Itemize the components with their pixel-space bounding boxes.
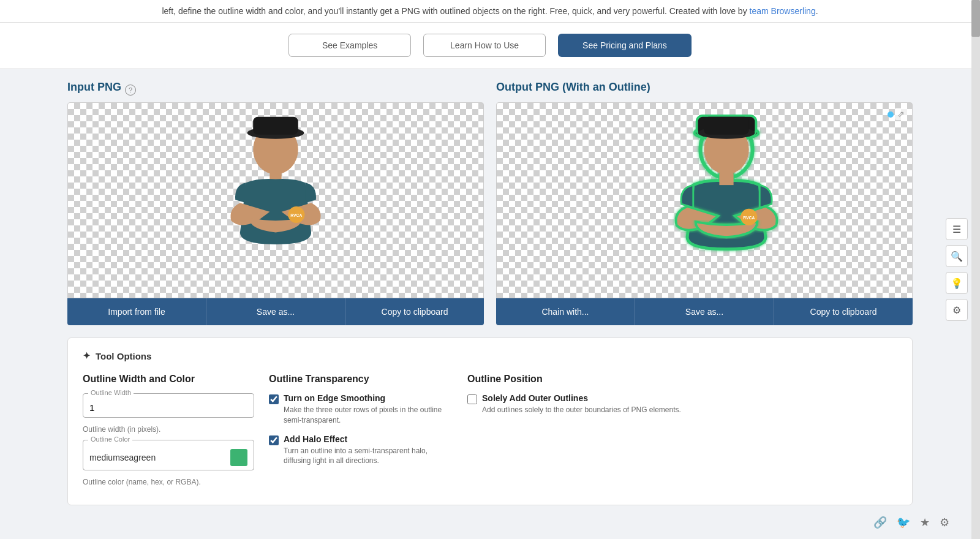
input-help-icon[interactable]: ? bbox=[125, 85, 136, 96]
outline-width-wrapper: Outline Width bbox=[83, 393, 254, 418]
main-container: Input PNG ? bbox=[49, 81, 931, 539]
width-color-section: Outline Width and Color Outline Width Ou… bbox=[83, 374, 254, 492]
input-panel-section: Input PNG ? bbox=[67, 81, 484, 325]
link-share-button[interactable]: 🔗 bbox=[873, 516, 887, 529]
edge-smoothing-desc: Make the three outer rows of pixels in t… bbox=[284, 405, 453, 426]
list-icon[interactable]: ☰ bbox=[946, 218, 968, 240]
import-button[interactable]: Import from file bbox=[67, 298, 206, 325]
color-hint: Outline color (name, hex, or RGBA). bbox=[83, 478, 254, 486]
bulb-icon[interactable]: 💡 bbox=[946, 272, 968, 294]
input-copy-button[interactable]: Copy to clipboard bbox=[345, 298, 484, 325]
svg-rect-13 bbox=[719, 173, 733, 185]
input-action-bar: Import from file Save as... Copy to clip… bbox=[67, 298, 484, 325]
input-label-row: Input PNG ? bbox=[67, 81, 484, 99]
svg-text:RVCA: RVCA bbox=[743, 216, 755, 220]
input-panel-title: Input PNG bbox=[67, 81, 121, 94]
tool-options-header: ✦ Tool Options bbox=[83, 350, 897, 361]
tool-options-card: ✦ Tool Options Outline Width and Color O… bbox=[67, 337, 913, 505]
expand-icon[interactable]: ⇗ bbox=[895, 108, 907, 120]
output-action-bar: Chain with... Save as... Copy to clipboa… bbox=[496, 298, 913, 325]
halo-effect-label: Add Halo Effect bbox=[284, 434, 453, 444]
output-panel-section: Output PNG (With an Outline) ⇗ bbox=[496, 81, 913, 325]
outline-width-input[interactable] bbox=[89, 402, 247, 413]
star-button[interactable]: ★ bbox=[920, 516, 930, 529]
halo-effect-label-block: Add Halo Effect Turn an outline into a s… bbox=[284, 434, 453, 467]
settings-social-button[interactable]: ⚙ bbox=[940, 516, 949, 529]
edge-smoothing-checkbox[interactable] bbox=[269, 394, 279, 404]
input-person-svg: RVCA bbox=[208, 114, 343, 298]
halo-effect-row: Add Halo Effect Turn an outline into a s… bbox=[269, 434, 453, 467]
output-copy-button[interactable]: Copy to clipboard bbox=[774, 298, 913, 325]
halo-effect-desc: Turn an outline into a semi-transparent … bbox=[284, 446, 453, 467]
tool-options-icon: ✦ bbox=[83, 350, 91, 361]
outline-color-input[interactable] bbox=[89, 453, 225, 462]
svg-rect-2 bbox=[253, 117, 298, 135]
input-save-button[interactable]: Save as... bbox=[206, 298, 345, 325]
panels-row: Input PNG ? bbox=[67, 81, 913, 325]
outer-outlines-label-block: Solely Add Outer Outlines Add outlines s… bbox=[482, 393, 681, 415]
output-label-row: Output PNG (With an Outline) bbox=[496, 81, 913, 99]
see-pricing-button[interactable]: See Pricing and Plans bbox=[558, 34, 692, 57]
see-examples-button[interactable]: See Examples bbox=[288, 34, 411, 57]
position-title: Outline Position bbox=[467, 374, 897, 385]
input-person-figure: RVCA bbox=[208, 114, 343, 298]
color-swatch[interactable] bbox=[230, 449, 247, 466]
width-color-title: Outline Width and Color bbox=[83, 374, 254, 385]
dot-indicator bbox=[888, 111, 894, 118]
learn-how-button[interactable]: Learn How to Use bbox=[423, 34, 546, 57]
edge-smoothing-row: Turn on Edge Smoothing Make the three ou… bbox=[269, 393, 453, 426]
edge-smoothing-label-block: Turn on Edge Smoothing Make the three ou… bbox=[284, 393, 453, 426]
outline-color-wrapper: Outline Color bbox=[83, 440, 254, 470]
transparency-section: Outline Transparency Turn on Edge Smooth… bbox=[269, 374, 453, 492]
outer-outlines-checkbox[interactable] bbox=[467, 394, 477, 404]
scrollbar[interactable] bbox=[971, 0, 980, 539]
width-hint: Outline width (in pixels). bbox=[83, 425, 254, 434]
action-buttons-row: See Examples Learn How to Use See Pricin… bbox=[0, 23, 980, 69]
input-image-panel: RVCA bbox=[67, 102, 484, 298]
position-section: Outline Position Solely Add Outer Outlin… bbox=[467, 374, 897, 492]
outer-outlines-row: Solely Add Outer Outlines Add outlines s… bbox=[467, 393, 897, 415]
chain-button[interactable]: Chain with... bbox=[496, 298, 635, 325]
svg-rect-12 bbox=[704, 117, 749, 135]
svg-text:RVCA: RVCA bbox=[290, 213, 302, 217]
twitter-share-button[interactable]: 🐦 bbox=[897, 516, 910, 529]
tool-options-grid: Outline Width and Color Outline Width Ou… bbox=[83, 374, 897, 492]
outline-color-label-field: Outline Color bbox=[88, 435, 132, 443]
halo-effect-checkbox[interactable] bbox=[269, 435, 279, 445]
output-save-button[interactable]: Save as... bbox=[635, 298, 774, 325]
bottom-social-bar: 🔗 🐦 ★ ⚙ bbox=[873, 516, 949, 529]
search-icon[interactable]: 🔍 bbox=[946, 245, 968, 267]
outer-outlines-label: Solely Add Outer Outlines bbox=[482, 393, 681, 403]
output-panel-title: Output PNG (With an Outline) bbox=[496, 81, 650, 94]
output-person-figure: RVCA bbox=[653, 114, 800, 298]
team-link[interactable]: team Browserling bbox=[750, 6, 816, 16]
description-text: left, define the outline width and color… bbox=[162, 6, 747, 16]
side-tools-panel: ☰ 🔍 💡 ⚙ bbox=[942, 214, 971, 325]
top-description: left, define the outline width and color… bbox=[0, 0, 980, 23]
output-person-svg: RVCA bbox=[653, 114, 800, 298]
gear-icon[interactable]: ⚙ bbox=[946, 299, 968, 321]
transparency-title: Outline Transparency bbox=[269, 374, 453, 385]
outline-width-label: Outline Width bbox=[88, 389, 134, 396]
tool-options-title: Tool Options bbox=[96, 351, 151, 361]
output-image-panel: ⇗ bbox=[496, 102, 913, 298]
edge-smoothing-label: Turn on Edge Smoothing bbox=[284, 393, 453, 403]
outer-outlines-desc: Add outlines solely to the outer boundar… bbox=[482, 405, 681, 415]
